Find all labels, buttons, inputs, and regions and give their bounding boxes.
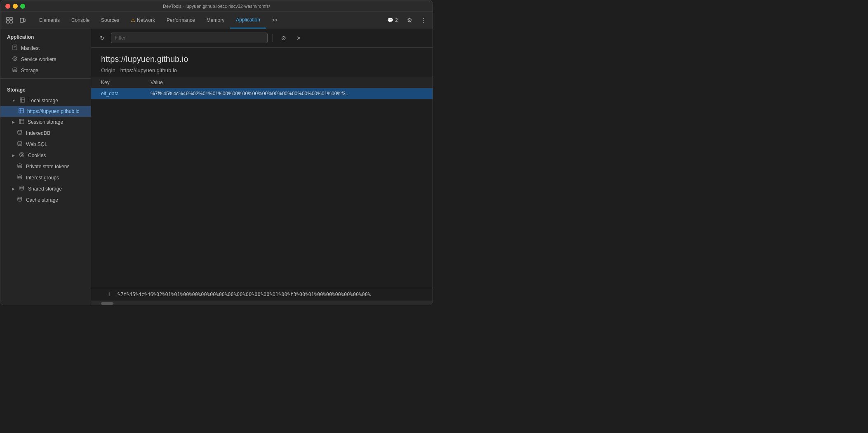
column-header-key: Key: [101, 77, 151, 88]
settings-button[interactable]: ⚙: [404, 14, 415, 26]
horizontal-scrollbar[interactable]: [91, 301, 433, 305]
window-title: DevTools - lupyuen.github.io/tcc-riscv32…: [163, 4, 270, 9]
private-state-tokens-icon: [17, 163, 23, 170]
sidebar-item-interest-groups-label: Interest groups: [26, 175, 59, 181]
sidebar-item-session-storage[interactable]: ▶ Session storage: [0, 117, 91, 127]
svg-rect-2: [7, 21, 9, 23]
row-number: 1: [101, 292, 111, 297]
sidebar-item-indexeddb[interactable]: IndexedDB: [0, 127, 91, 139]
sidebar-item-cache-storage[interactable]: Cache storage: [0, 194, 91, 205]
inspect-element-icon[interactable]: [4, 14, 15, 26]
bottom-panel: 1 %7f%45%4c%46%02%01%01%00%00%00%00%00%0…: [91, 288, 433, 305]
svg-point-9: [13, 56, 17, 61]
sidebar-item-storage-app[interactable]: Storage: [0, 65, 91, 76]
refresh-button[interactable]: ↻: [97, 33, 108, 43]
storage-app-icon: [12, 67, 18, 74]
data-table: Key Value elf_data %7f%45%4c%46%02%01%01…: [91, 77, 433, 288]
title-bar: DevTools - lupyuen.github.io/tcc-riscv32…: [0, 0, 433, 12]
svg-point-30: [21, 155, 22, 156]
svg-rect-3: [10, 21, 12, 23]
tab-memory[interactable]: Memory: [201, 12, 230, 28]
cookies-arrow: ▶: [12, 153, 15, 158]
origin-label-row: Origin https://lupyuen.github.io: [101, 67, 423, 73]
tab-performance[interactable]: Performance: [161, 12, 201, 28]
svg-rect-4: [20, 18, 24, 22]
svg-point-34: [20, 186, 24, 188]
sidebar-item-cookies[interactable]: ▶ Cookies: [0, 150, 91, 161]
local-storage-icon: [20, 97, 25, 104]
shared-storage-arrow: ▶: [12, 187, 15, 191]
sidebar-item-web-sql[interactable]: Web SQL: [0, 139, 91, 150]
svg-point-15: [13, 68, 17, 69]
column-header-value: Value: [151, 77, 423, 88]
filter-input[interactable]: [111, 33, 268, 43]
cell-value: %7f%45%4c%46%02%01%01%00%00%00%00%00%00%…: [151, 88, 423, 99]
sidebar-item-shared-storage[interactable]: ▶ Shared storage: [0, 183, 91, 194]
tab-bar: Elements Console Sources ⚠ Network Perfo…: [0, 12, 433, 28]
svg-point-26: [18, 141, 22, 143]
close-filter-button[interactable]: ✕: [293, 33, 304, 43]
sidebar-item-local-storage-url-label: https://lupyuen.github.io: [27, 108, 80, 114]
sidebar-item-private-state-tokens[interactable]: Private state tokens: [0, 161, 91, 172]
more-options-button[interactable]: ⋮: [418, 14, 429, 26]
storage-content: https://lupyuen.github.io Origin https:/…: [91, 48, 433, 305]
sidebar-divider-1: [0, 78, 91, 79]
svg-rect-19: [19, 108, 24, 113]
sidebar-item-service-workers[interactable]: Service workers: [0, 54, 91, 65]
shared-storage-icon: [19, 185, 25, 192]
sidebar-item-web-sql-label: Web SQL: [26, 141, 47, 147]
close-button[interactable]: [5, 4, 10, 9]
sidebar: Application Manifest: [0, 28, 91, 305]
tab-elements[interactable]: Elements: [33, 12, 66, 28]
sidebar-item-manifest[interactable]: Manifest: [0, 42, 91, 54]
origin-header: https://lupyuen.github.io Origin https:/…: [91, 48, 433, 77]
close-filter-icon: ✕: [296, 35, 301, 41]
filter-divider: [273, 34, 273, 42]
tab-network[interactable]: ⚠ Network: [125, 12, 161, 28]
sidebar-item-service-workers-label: Service workers: [21, 56, 56, 62]
web-sql-icon: [17, 141, 23, 148]
chat-button[interactable]: 💬 2: [384, 16, 401, 24]
svg-point-33: [18, 175, 22, 176]
sidebar-item-local-storage-url[interactable]: https://lupyuen.github.io: [0, 106, 91, 117]
refresh-icon: ↻: [100, 35, 105, 41]
origin-url: https://lupyuen.github.io: [101, 54, 423, 64]
main-layout: Application Manifest: [0, 28, 433, 305]
tab-application[interactable]: Application: [230, 12, 266, 28]
svg-rect-1: [10, 17, 12, 20]
sidebar-item-local-storage-label: Local storage: [28, 98, 58, 104]
clear-filter-button[interactable]: ⊘: [278, 33, 289, 43]
manifest-icon: [12, 45, 18, 52]
sidebar-item-local-storage[interactable]: ▼ Local storage: [0, 95, 91, 106]
svg-rect-6: [13, 45, 17, 50]
svg-point-25: [18, 130, 22, 132]
minimize-button[interactable]: [13, 4, 18, 9]
tab-overflow[interactable]: >>: [266, 12, 283, 28]
local-storage-url-icon: [19, 108, 24, 115]
svg-rect-5: [24, 19, 25, 21]
bottom-row: 1 %7f%45%4c%46%02%01%01%00%00%00%00%00%0…: [91, 288, 433, 301]
tab-sources[interactable]: Sources: [95, 12, 125, 28]
sidebar-item-interest-groups[interactable]: Interest groups: [0, 172, 91, 183]
indexeddb-icon: [17, 129, 23, 136]
svg-point-27: [20, 153, 24, 157]
svg-point-31: [23, 155, 23, 156]
service-workers-icon: [12, 56, 18, 63]
device-toolbar-icon[interactable]: [17, 14, 28, 26]
more-icon: ⋮: [421, 17, 426, 24]
svg-point-10: [14, 58, 16, 59]
tab-console[interactable]: Console: [66, 12, 95, 28]
table-row[interactable]: elf_data %7f%45%4c%46%02%01%01%00%00%00%…: [91, 88, 433, 99]
storage-section-header: Storage: [0, 81, 91, 95]
maximize-button[interactable]: [20, 4, 25, 9]
row-value: %7f%45%4c%46%02%01%01%00%00%00%00%00%00%…: [118, 292, 371, 297]
filter-bar: ↻ ⊘ ✕: [91, 28, 433, 48]
settings-icon: ⚙: [407, 17, 412, 24]
cache-storage-icon: [17, 196, 23, 203]
svg-point-28: [21, 153, 21, 154]
svg-point-35: [18, 197, 22, 199]
local-storage-arrow: ▼: [12, 99, 16, 103]
scrollbar-thumb[interactable]: [101, 302, 113, 305]
content-area: ↻ ⊘ ✕ https://lupyuen.github.io Origin h…: [91, 28, 433, 305]
origin-value: https://lupyuen.github.io: [120, 67, 177, 73]
